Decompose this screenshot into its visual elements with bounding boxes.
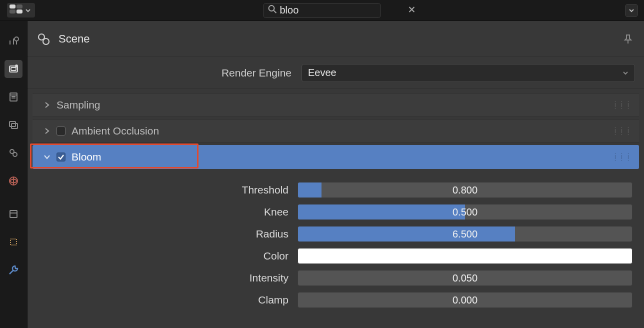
radius-slider[interactable]: 6.500 (298, 226, 632, 242)
render-engine-label: Render Engine (28, 67, 302, 79)
rail-output[interactable] (4, 88, 22, 106)
clamp-label: Clamp (28, 294, 298, 306)
panel-ambient-occlusion[interactable]: Ambient Occlusion ⋮⋮⋮⋮⋮⋮ (32, 119, 639, 143)
search-input[interactable] (280, 4, 406, 16)
search-icon (268, 4, 277, 16)
prop-threshold: Threshold 0.800 (28, 179, 644, 201)
panel-ao-title: Ambient Occlusion (72, 125, 159, 137)
svg-point-11 (16, 65, 18, 67)
prop-radius: Radius 6.500 (28, 223, 644, 245)
chevron-right-icon (44, 128, 50, 134)
svg-rect-10 (11, 68, 16, 70)
render-engine-value: Eevee (308, 67, 336, 78)
drag-handle-icon[interactable]: ⋮⋮⋮⋮⋮⋮ (612, 102, 632, 108)
svg-rect-24 (10, 239, 16, 245)
radius-label: Radius (28, 228, 298, 240)
topbar (0, 0, 644, 21)
intensity-value: 0.050 (452, 272, 478, 284)
ao-enable-checkbox[interactable] (56, 126, 66, 136)
properties-tabs-rail (0, 21, 28, 328)
rail-object[interactable] (4, 205, 22, 223)
chevron-down-icon (25, 4, 31, 16)
rail-render[interactable] (4, 60, 22, 78)
pin-icon[interactable] (621, 32, 635, 46)
clamp-value: 0.000 (452, 294, 478, 306)
svg-rect-2 (10, 10, 16, 14)
bloom-enable-checkbox[interactable] (56, 152, 66, 162)
clamp-field[interactable]: 0.000 (298, 292, 632, 308)
properties-content: Scene Render Engine Eevee Sampling ⋮⋮⋮ (28, 21, 644, 328)
color-swatch[interactable] (298, 248, 632, 264)
context-header: Scene (28, 21, 644, 57)
knee-value: 0.500 (452, 206, 478, 218)
svg-rect-1 (16, 4, 22, 8)
svg-rect-0 (10, 4, 16, 8)
threshold-value: 0.800 (452, 184, 478, 196)
prop-color: Color (28, 245, 644, 267)
threshold-label: Threshold (28, 184, 298, 196)
editor-type-icon (9, 4, 23, 16)
radius-value: 6.500 (452, 228, 478, 240)
radius-fill (298, 226, 515, 242)
rail-scene[interactable] (4, 144, 22, 162)
svg-line-5 (274, 10, 276, 13)
topbar-right (625, 4, 638, 17)
scene-icon (36, 32, 50, 46)
chevron-right-icon (44, 102, 50, 108)
panel-bloom[interactable]: Bloom ⋮⋮⋮⋮⋮⋮ (32, 145, 639, 169)
panel-sampling[interactable]: Sampling ⋮⋮⋮⋮⋮⋮ (32, 93, 639, 117)
rail-world[interactable] (4, 172, 22, 190)
annotation-highlight-box (30, 144, 198, 168)
threshold-fill (298, 182, 322, 198)
drag-handle-icon[interactable]: ⋮⋮⋮⋮⋮⋮ (612, 154, 632, 160)
knee-slider[interactable]: 0.500 (298, 204, 632, 220)
svg-point-4 (269, 6, 274, 11)
panel-sampling-title: Sampling (56, 99, 100, 111)
rail-view-layer[interactable] (4, 116, 22, 134)
chevron-down-icon (622, 67, 628, 78)
svg-point-19 (13, 152, 17, 156)
panel-bloom-title: Bloom (72, 151, 102, 163)
drag-handle-icon[interactable]: ⋮⋮⋮⋮⋮⋮ (612, 128, 632, 134)
editor-type-dropdown[interactable] (7, 3, 35, 18)
intensity-field[interactable]: 0.050 (298, 270, 632, 286)
options-dropdown[interactable] (625, 4, 638, 17)
search-input-wrap[interactable] (264, 3, 381, 18)
svg-point-8 (14, 37, 18, 41)
render-engine-row: Render Engine Eevee (28, 57, 644, 89)
rail-constraints[interactable] (4, 233, 22, 251)
intensity-label: Intensity (28, 272, 298, 284)
threshold-slider[interactable]: 0.800 (298, 182, 632, 198)
color-label: Color (28, 250, 298, 262)
rail-tool[interactable] (4, 32, 22, 50)
bloom-properties: Threshold 0.800 Knee 0.500 Radius 6.500 (28, 170, 644, 311)
prop-knee: Knee 0.500 (28, 201, 644, 223)
prop-intensity: Intensity 0.050 (28, 267, 644, 289)
knee-label: Knee (28, 206, 298, 218)
svg-rect-3 (16, 10, 22, 14)
rail-modifiers[interactable] (4, 261, 22, 279)
svg-rect-22 (10, 210, 17, 218)
render-engine-select[interactable]: Eevee (302, 64, 635, 82)
svg-point-26 (43, 38, 49, 44)
knee-fill (298, 204, 465, 220)
search-clear-icon[interactable] (406, 5, 418, 16)
context-title: Scene (58, 32, 90, 46)
prop-clamp: Clamp 0.000 (28, 289, 644, 311)
chevron-down-icon (44, 154, 50, 160)
